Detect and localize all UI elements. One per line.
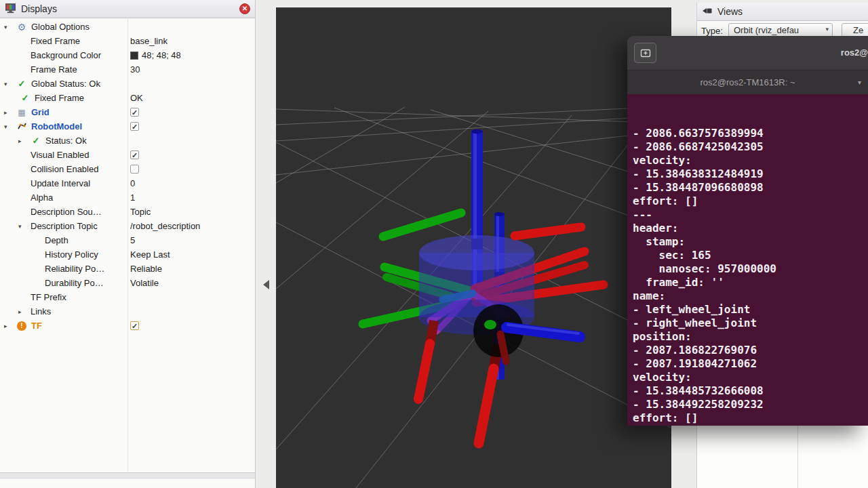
display-icon: ! xyxy=(15,321,28,331)
expander-icon[interactable]: ▾ xyxy=(4,24,15,30)
property-label: Visual Enabled xyxy=(29,150,90,160)
terminal-line: - 2087.191804271062 xyxy=(633,357,868,371)
display-icon: ⚙ xyxy=(15,22,28,33)
property-label: Grid xyxy=(30,107,50,117)
expander-icon[interactable]: ▸ xyxy=(4,323,15,329)
property-label: Fixed Frame xyxy=(33,93,84,103)
terminal-line: --- xyxy=(633,425,868,426)
property-value[interactable]: 5 xyxy=(130,235,135,245)
property-value[interactable]: Keep Last xyxy=(130,249,170,260)
property-label: Fixed Frame xyxy=(29,36,80,46)
color-swatch[interactable] xyxy=(130,52,138,60)
display-property-row[interactable]: ▾⚙Global Options xyxy=(0,20,254,34)
display-property-row[interactable]: ▸!TF✓ xyxy=(0,319,254,333)
property-value[interactable]: /robot_description xyxy=(130,221,200,231)
new-tab-icon xyxy=(640,47,651,58)
property-value[interactable]: base_link xyxy=(130,36,167,46)
terminal-line: - 2086.6687425042305 xyxy=(633,140,868,154)
checkbox[interactable]: ✓ xyxy=(130,122,139,131)
terminal-line: - 2086.6637576389994 xyxy=(633,127,868,140)
expander-icon[interactable]: ▾ xyxy=(4,81,15,87)
checkbox[interactable]: ✓ xyxy=(130,108,139,117)
close-icon[interactable]: ✕ xyxy=(239,3,250,14)
display-property-row[interactable]: Collision Enabled xyxy=(0,162,254,176)
display-property-row[interactable]: Reliability Po…Reliable xyxy=(0,262,254,276)
zero-button-label: Ze xyxy=(853,25,863,35)
render-viewport-3d[interactable] xyxy=(276,7,671,488)
display-property-row[interactable]: Fixed Framebase_link xyxy=(0,34,254,48)
checkbox[interactable] xyxy=(130,165,139,174)
terminal-line: frame_id: '' xyxy=(633,276,868,289)
expander-icon[interactable]: ▸ xyxy=(4,109,15,116)
display-property-row[interactable]: Alpha1 xyxy=(0,190,254,205)
display-property-row[interactable]: ▸✓Status: Ok xyxy=(0,134,254,148)
display-property-row[interactable]: Description Sou…Topic xyxy=(0,205,254,219)
views-panel-title: Views xyxy=(717,6,743,17)
display-property-row[interactable]: Update Interval0 xyxy=(0,176,254,190)
expander-icon[interactable]: ▸ xyxy=(18,138,29,144)
terminal-line: --- xyxy=(633,208,868,222)
display-property-row[interactable]: Background Color48; 48; 48 xyxy=(0,48,254,62)
view-type-value: Orbit (rviz_defau xyxy=(734,25,799,35)
terminal-tab-bar[interactable]: ros2@ros2-TM1613R: ~ ▾ xyxy=(627,70,868,94)
displays-tree: ▾⚙Global OptionsFixed Framebase_linkBack… xyxy=(0,20,254,333)
property-value[interactable]: 0 xyxy=(130,178,135,188)
property-value[interactable]: Volatile xyxy=(130,278,159,288)
display-property-row[interactable]: TF Prefix xyxy=(0,290,254,304)
display-property-row[interactable]: ▸Links xyxy=(0,304,254,319)
terminal-output[interactable]: - 2086.6637576389994- 2086.6687425042305… xyxy=(627,94,868,426)
property-label: Background Color xyxy=(29,50,101,60)
terminal-line: position: xyxy=(633,330,868,344)
property-value[interactable]: 48; 48; 48 xyxy=(142,50,181,60)
display-property-row[interactable]: ✓Fixed FrameOK xyxy=(0,91,254,105)
property-value[interactable]: Reliable xyxy=(130,264,162,274)
grid-display-icon: ▦ xyxy=(18,108,25,117)
property-label: RobotModel xyxy=(30,121,82,131)
expander-icon[interactable]: ▾ xyxy=(18,223,29,230)
terminal-window[interactable]: ros2@ ros2@ros2-TM1613R: ~ ▾ - 2086.6637… xyxy=(627,36,868,426)
display-property-row[interactable]: History PolicyKeep Last xyxy=(0,247,254,262)
terminal-line: - 15.384492258209232 xyxy=(633,398,868,411)
views-panel-icon xyxy=(702,5,713,18)
panel-splitter[interactable] xyxy=(0,472,255,479)
display-icon: ✓ xyxy=(15,79,28,89)
expander-icon[interactable]: ▸ xyxy=(18,308,29,315)
warning-icon: ! xyxy=(17,321,26,331)
views-titlebar: Views xyxy=(697,3,868,21)
checkbox[interactable]: ✓ xyxy=(130,150,139,159)
displays-panel: Displays ✕ ▾⚙Global OptionsFixed Frameba… xyxy=(0,0,256,488)
display-property-row[interactable]: Visual Enabled✓ xyxy=(0,148,254,162)
property-label: Alpha xyxy=(29,192,53,203)
display-property-row[interactable]: Durability Po…Volatile xyxy=(0,276,254,290)
display-icon xyxy=(15,121,28,133)
property-value[interactable]: OK xyxy=(130,93,143,103)
terminal-line: - 2087.186822769076 xyxy=(633,344,868,357)
display-property-row[interactable]: ▾✓Global Status: Ok xyxy=(0,77,254,91)
terminal-line: effort: [] xyxy=(633,411,868,425)
terminal-line: - 15.384638312484919 xyxy=(633,167,868,181)
property-value[interactable]: 1 xyxy=(130,192,135,203)
property-value[interactable]: 30 xyxy=(130,64,140,75)
terminal-line: - left_wheel_joint xyxy=(633,303,868,317)
property-label: History Policy xyxy=(43,249,98,260)
terminal-header[interactable]: ros2@ xyxy=(627,36,868,70)
property-label: Description Topic xyxy=(29,221,98,231)
display-property-row[interactable]: Frame Rate30 xyxy=(0,62,254,77)
property-label: Update Interval xyxy=(29,178,90,188)
rviz-window: { "displays_panel": { "title": "Displays… xyxy=(0,0,868,488)
panel-collapse-icon[interactable] xyxy=(263,280,269,289)
display-property-row[interactable]: Depth5 xyxy=(0,233,254,247)
property-label: Description Sou… xyxy=(29,207,102,217)
expander-icon[interactable]: ▾ xyxy=(4,123,15,130)
checkbox[interactable]: ✓ xyxy=(130,321,139,330)
display-property-row[interactable]: ▾Description Topic/robot_description xyxy=(0,219,254,233)
chevron-down-icon[interactable]: ▾ xyxy=(858,79,861,86)
property-value[interactable]: Topic xyxy=(130,207,151,217)
terminal-line: name: xyxy=(633,289,868,303)
new-tab-button[interactable] xyxy=(634,43,656,63)
display-property-row[interactable]: ▾RobotModel✓ xyxy=(0,119,254,134)
terminal-line: nanosec: 957000000 xyxy=(633,262,868,276)
display-property-row[interactable]: ▸▦Grid✓ xyxy=(0,105,254,119)
display-icon: ✓ xyxy=(18,93,32,103)
terminal-line: velocity: xyxy=(633,154,868,167)
